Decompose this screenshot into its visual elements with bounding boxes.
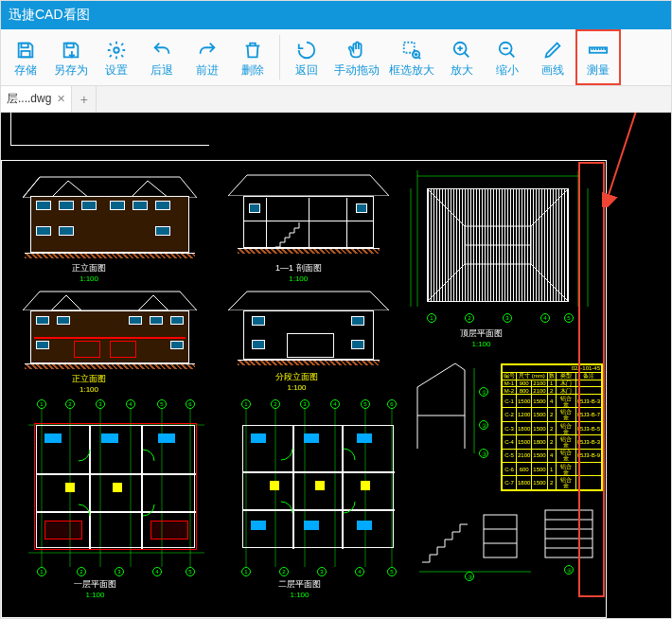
view-elev-front: 正立面图 1:100: [15, 169, 204, 278]
drawline-label: 画线: [541, 64, 564, 76]
saveas-button[interactable]: 另存为: [48, 29, 94, 85]
roof-scale: 1:100: [460, 340, 503, 348]
save-label: 存储: [14, 64, 37, 76]
drawing-canvas[interactable]: 正立面图 1:100 1—1 剖面图 1:100: [1, 113, 671, 618]
back-icon: [296, 40, 317, 61]
hand-icon: [346, 40, 367, 61]
view-detail-1: ① ② ③: [408, 359, 498, 463]
measure-button[interactable]: 测量: [575, 29, 621, 85]
section2-title: 分段立面图: [275, 372, 318, 381]
settings-button[interactable]: 设置: [94, 29, 139, 85]
view-section2: 分段立面图 1:100: [228, 288, 389, 392]
zoomout-label: 缩小: [496, 64, 519, 76]
annotation-rect: [578, 162, 605, 597]
back-label: 返回: [295, 64, 318, 76]
annotation-arrow: [602, 113, 671, 207]
zoombox-label: 框选放大: [389, 64, 434, 76]
svg-line-12: [23, 177, 40, 198]
undo-label: 后退: [150, 64, 173, 76]
svg-marker-27: [138, 295, 168, 310]
svg-rect-0: [21, 43, 27, 47]
elev-front-title: 正立面图: [72, 263, 106, 273]
svg-marker-13: [228, 175, 389, 196]
settings-label: 设置: [105, 64, 128, 76]
floor1-title: 一层平面图: [74, 579, 116, 589]
svg-rect-1: [21, 50, 29, 56]
zoomin-button[interactable]: 放大: [439, 29, 485, 85]
back-button[interactable]: 返回: [284, 29, 329, 85]
floor2-scale: 1:100: [278, 591, 321, 599]
zoomin-label: 放大: [451, 64, 473, 76]
titlebar: 迅捷CAD看图: [1, 1, 671, 29]
measure-label: 测量: [587, 64, 610, 76]
save-icon: [15, 40, 36, 61]
separator: [279, 35, 280, 80]
section-title: 1—1 剖面图: [275, 263, 322, 273]
toolbar: 存储 另存为 设置 后退 前进 删除 返回: [1, 29, 671, 86]
zoombox-icon: [401, 40, 422, 61]
svg-line-22: [531, 264, 569, 302]
svg-marker-9: [23, 177, 197, 198]
callout-1: ①: [479, 387, 488, 397]
saveas-icon: [61, 40, 81, 61]
file-tab-label: 层....dwg: [7, 91, 51, 107]
floor2-title: 二层平面图: [278, 579, 321, 589]
trash-icon: [242, 40, 263, 61]
undo-icon: [151, 40, 172, 61]
roof-title: 顶层平面图: [460, 328, 503, 338]
svg-line-20: [531, 188, 569, 226]
view-floor1: 1 2 3 4 5 6: [15, 397, 214, 595]
close-icon[interactable]: ✕: [57, 93, 65, 105]
file-tab[interactable]: 层....dwg ✕: [1, 86, 72, 112]
view-details-bottom: ③ ④: [417, 496, 602, 586]
zoomout-button[interactable]: 缩小: [485, 29, 530, 85]
svg-marker-26: [51, 295, 81, 310]
floor1-scale: 1:100: [74, 591, 116, 599]
view-elev-front2: 正立面图 1:100: [15, 288, 204, 392]
redo-icon: [197, 40, 218, 61]
section-scale: 1:100: [275, 274, 322, 283]
view-floor2: 1 2 3 4 5 6 1: [223, 397, 408, 595]
svg-rect-2: [66, 43, 73, 47]
svg-marker-25: [23, 292, 197, 310]
redo-label: 前进: [196, 64, 219, 76]
saveas-label: 另存为: [54, 64, 88, 76]
pan-button[interactable]: 手动拖动: [329, 29, 384, 85]
svg-rect-4: [404, 42, 415, 52]
undo-button[interactable]: 后退: [139, 29, 185, 85]
svg-rect-46: [484, 515, 517, 557]
gear-icon: [106, 40, 127, 61]
svg-line-21: [427, 264, 465, 302]
view-roof-plan: 1 2 3 4 5 顶层平面图 1:100: [403, 165, 592, 345]
pencil-icon: [542, 40, 563, 61]
callout-2: ②: [479, 420, 488, 430]
section2-scale: 1:100: [275, 383, 318, 392]
view-section: 1—1 剖面图 1:100: [228, 169, 389, 278]
svg-line-55: [608, 113, 659, 198]
elev-front-scale: 1:100: [72, 274, 106, 283]
plus-icon: +: [80, 92, 88, 107]
callout-3: ③: [479, 449, 488, 458]
save-button[interactable]: 存储: [3, 29, 48, 85]
zoomout-icon: [497, 40, 518, 61]
add-tab-button[interactable]: +: [72, 86, 97, 112]
zoombox-button[interactable]: 框选放大: [384, 29, 439, 85]
svg-point-3: [114, 47, 119, 53]
callout-b3: ③: [465, 572, 474, 581]
drawline-button[interactable]: 画线: [530, 29, 575, 85]
svg-marker-28: [228, 292, 389, 310]
callout-b4: ④: [564, 565, 574, 575]
delete-button[interactable]: 删除: [230, 29, 275, 85]
tabbar: 层....dwg ✕ +: [1, 86, 671, 113]
elev2-title: 正立面图: [72, 374, 106, 383]
app-title: 迅捷CAD看图: [9, 7, 90, 24]
pan-label: 手动拖动: [334, 64, 380, 76]
frame-fragment: [10, 113, 209, 146]
ruler-icon: [588, 40, 609, 61]
zoomin-icon: [451, 40, 472, 61]
svg-line-19: [427, 188, 465, 226]
redo-button[interactable]: 前进: [185, 29, 230, 85]
elev2-scale: 1:100: [72, 385, 106, 394]
delete-label: 删除: [241, 64, 264, 76]
